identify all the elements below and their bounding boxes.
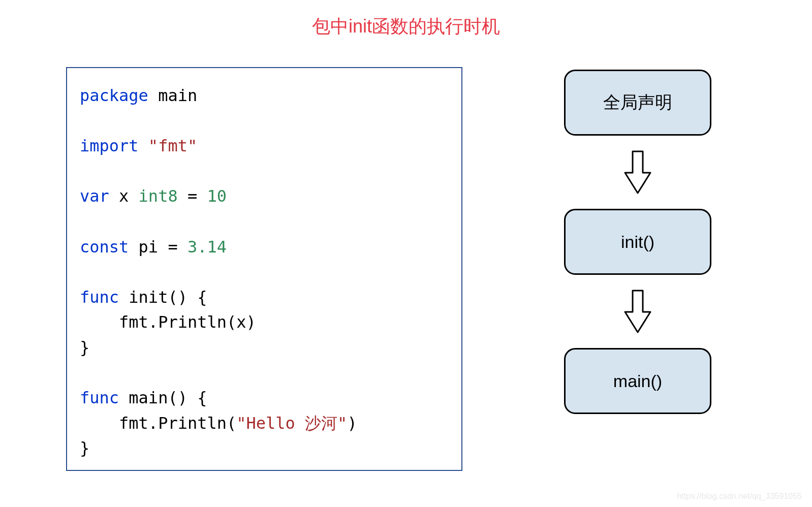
op-eq: = [178,186,207,206]
keyword-const: const [80,237,129,257]
ident-println-x: fmt.Println(x) [80,312,256,332]
num-10: 10 [207,186,227,206]
keyword-var: var [80,186,109,206]
string-fmt: "fmt" [139,136,198,155]
ident-x: x [109,186,139,206]
ident-init-decl: init() { [119,288,207,307]
flow-label-2: init() [621,232,654,252]
code-pre: package main import "fmt" var x int8 = 1… [80,83,449,461]
content-wrapper: package main import "fmt" var x int8 = 1… [0,67,812,471]
brace-close-2: } [80,438,89,458]
down-arrow-icon [622,150,653,195]
ident-main-decl: main() { [119,388,207,407]
ident-main: main [148,86,197,105]
flow-box-main: main() [564,348,711,414]
keyword-func-2: func [80,388,119,407]
diagram-title: 包中init函数的执行时机 [0,0,812,39]
keyword-func-1: func [80,288,119,307]
down-arrow-icon [622,289,653,334]
watermark-text: https://blog.csdn.net/qq_33591055 [677,492,802,501]
flow-label-3: main() [613,371,662,391]
arrow-2 [622,289,653,334]
keyword-import: import [80,136,139,155]
arrow-1 [622,150,653,195]
ident-println-open: fmt.Println( [80,414,236,433]
keyword-package: package [80,86,148,105]
ident-println-close: ) [347,414,357,433]
code-block: package main import "fmt" var x int8 = 1… [66,67,462,471]
flow-box-global-decl: 全局声明 [564,70,711,136]
flow-column: 全局声明 init() main() [564,67,711,414]
string-hello: "Hello 沙河" [236,414,347,433]
ident-pi: pi = [129,237,188,257]
type-int8: int8 [139,186,178,206]
num-pi: 3.14 [188,237,227,257]
brace-close-1: } [80,338,89,357]
flow-label-1: 全局声明 [603,91,672,114]
flow-box-init: init() [564,209,711,275]
